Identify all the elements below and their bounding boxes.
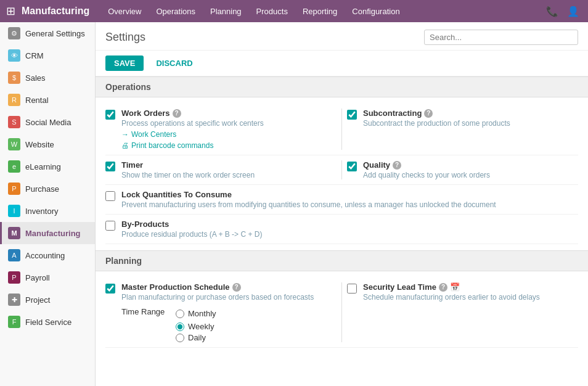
nav-planning[interactable]: Planning <box>204 3 248 20</box>
sidebar-crm[interactable]: 👁CRM <box>0 44 95 67</box>
radio-monthly[interactable] <box>176 310 184 318</box>
settings-row-mps: Master Production Schedule ? Plan manufa… <box>105 277 578 348</box>
sidebar-inventory[interactable]: IInventory <box>0 200 95 222</box>
operations-section-body: Work Orders ? Process operations at spec… <box>96 97 588 250</box>
sidebar-manufacturing[interactable]: MManufacturing <box>0 222 95 244</box>
sidebar-crm-icon: 👁 <box>8 49 20 62</box>
operations-section-header: Operations <box>96 76 588 97</box>
setting-security-lead-time: Security Lead Time ? 📅 Schedule manufact… <box>347 282 578 342</box>
work-centers-link[interactable]: → Work Centers <box>121 130 327 139</box>
sidebar-rental[interactable]: RRental <box>0 89 95 111</box>
security-lead-checkbox[interactable] <box>347 284 357 294</box>
subcontracting-desc: Subcontract the production of some produ… <box>363 119 568 128</box>
radio-daily-row: Daily <box>176 333 327 342</box>
byproducts-text: By-Products Produce residual products (A… <box>121 220 568 239</box>
mps-help-icon[interactable]: ? <box>232 283 241 292</box>
phone-icon[interactable]: 📞 <box>544 3 561 20</box>
lock-text: Lock Quantities To Consume Prevent manuf… <box>121 190 568 209</box>
radio-monthly-row: Monthly <box>176 309 216 318</box>
work-orders-checkbox[interactable] <box>105 110 115 120</box>
mps-checkbox[interactable] <box>105 284 115 294</box>
radio-weekly-label: Weekly <box>188 322 214 331</box>
grid-icon[interactable]: ⊞ <box>6 4 15 18</box>
work-orders-help-icon[interactable]: ? <box>173 109 181 118</box>
security-lead-checkbox-col <box>347 284 357 295</box>
quality-help-icon[interactable]: ? <box>393 161 401 170</box>
settings-row-work-orders: Work Orders ? Process operations at spec… <box>105 104 578 155</box>
lock-quantities-checkbox[interactable] <box>105 191 115 201</box>
security-lead-label: Security Lead Time ? 📅 <box>363 282 568 292</box>
sidebar-payroll-icon: P <box>8 271 20 284</box>
action-bar: SAVE DISCARD <box>96 51 588 76</box>
user-icon[interactable]: 👤 <box>565 3 582 20</box>
timer-checkbox[interactable] <box>105 162 115 171</box>
sidebar-field-service[interactable]: FField Service <box>0 311 95 333</box>
sidebar-crm-label: CRM <box>25 51 44 60</box>
search-input[interactable] <box>424 30 578 45</box>
setting-mps: Master Production Schedule ? Plan manufa… <box>105 282 337 342</box>
save-button[interactable]: SAVE <box>105 55 144 71</box>
nav-configuration[interactable]: Configuration <box>346 3 406 20</box>
security-lead-help-icon[interactable]: ? <box>439 283 447 292</box>
security-lead-desc: Schedule manufacturing orders earlier to… <box>363 293 568 302</box>
byproducts-desc: Produce residual products (A + B -> C + … <box>121 230 568 239</box>
setting-timer: Timer Show the timer on the work order s… <box>105 160 337 179</box>
radio-daily[interactable] <box>176 334 184 342</box>
sidebar-purchase[interactable]: PPurchase <box>0 178 95 200</box>
time-range-label: Time Range <box>121 307 171 316</box>
quality-desc: Add quality checks to your work orders <box>363 171 568 179</box>
timer-text: Timer Show the timer on the work order s… <box>121 160 327 179</box>
time-range-radio-group: Monthly <box>176 309 216 318</box>
nav-products[interactable]: Products <box>250 3 294 20</box>
sidebar-website-label: Website <box>25 140 54 149</box>
app-title: Manufacturing <box>22 6 89 17</box>
security-lead-text: Security Lead Time ? 📅 Schedule manufact… <box>363 282 568 302</box>
col-divider <box>341 109 342 150</box>
sidebar-social-media[interactable]: SSocial Media <box>0 111 95 133</box>
sidebar-payroll[interactable]: PPayroll <box>0 266 95 289</box>
sidebar-general-settings[interactable]: ⚙General Settings <box>0 22 95 44</box>
sidebar-project-label: Project <box>25 295 50 305</box>
discard-button[interactable]: DISCARD <box>150 55 198 71</box>
col-divider-2 <box>341 160 342 179</box>
settings-row-byproducts: By-Products Produce residual products (A… <box>105 215 578 244</box>
sidebar-website-icon: W <box>8 138 20 150</box>
sidebar-sales-icon: $ <box>8 72 20 84</box>
sidebar-accounting-label: Accounting <box>25 251 65 260</box>
sidebar-project[interactable]: ✚Project <box>0 289 95 311</box>
print-barcode-link[interactable]: 🖨 Print barcode commands <box>121 141 327 150</box>
nav-operations[interactable]: Operations <box>150 3 202 20</box>
sidebar-accounting[interactable]: AAccounting <box>0 244 95 266</box>
nav-links: Overview Operations Planning Products Re… <box>102 3 544 20</box>
subcontracting-help-icon[interactable]: ? <box>424 109 433 118</box>
byproducts-checkbox[interactable] <box>105 221 115 231</box>
work-orders-checkbox-col <box>105 110 115 121</box>
settings-content: Operations Work Orders ? Process <box>96 76 588 354</box>
main-layout: ⚙General Settings👁CRM$SalesRRentalSSocia… <box>0 22 588 386</box>
sidebar-sales-label: Sales <box>25 73 46 83</box>
sidebar-social-media-icon: S <box>8 116 20 128</box>
subcontracting-checkbox-col <box>347 110 357 121</box>
radio-monthly-label: Monthly <box>188 309 216 318</box>
subcontracting-checkbox[interactable] <box>347 110 357 120</box>
sidebar-elearning[interactable]: eeLearning <box>0 155 95 178</box>
subcontracting-text: Subcontracting ? Subcontract the product… <box>363 109 568 128</box>
sidebar-manufacturing-icon: M <box>8 227 20 239</box>
mps-text: Master Production Schedule ? Plan manufa… <box>121 282 327 342</box>
nav-icons: 📞 👤 <box>544 3 582 20</box>
nav-reporting[interactable]: Reporting <box>296 3 343 20</box>
sidebar-website[interactable]: WWebsite <box>0 133 95 155</box>
sidebar-inventory-label: Inventory <box>25 207 58 216</box>
lock-checkbox-col <box>105 191 115 203</box>
sidebar-field-service-label: Field Service <box>25 318 71 327</box>
timer-checkbox-col <box>105 162 115 173</box>
sidebar-elearning-label: eLearning <box>25 162 61 171</box>
sidebar-sales[interactable]: $Sales <box>0 67 95 89</box>
settings-row-timer: Timer Show the timer on the work order s… <box>105 155 578 185</box>
radio-weekly[interactable] <box>176 322 184 331</box>
quality-checkbox[interactable] <box>347 162 357 171</box>
mps-label: Master Production Schedule ? <box>121 282 327 292</box>
sidebar-inventory-icon: I <box>8 205 20 217</box>
nav-overview[interactable]: Overview <box>102 3 147 20</box>
quality-label: Quality ? <box>363 160 568 170</box>
